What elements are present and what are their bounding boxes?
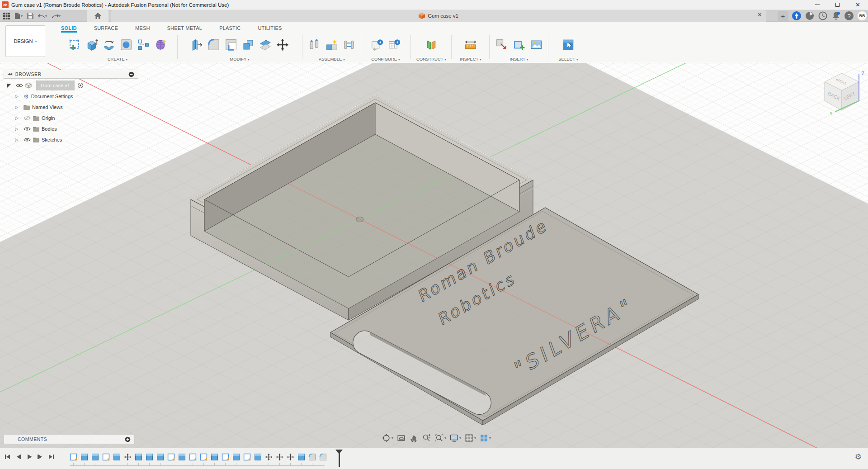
expand-arrow-icon[interactable]: ▷ xyxy=(14,127,19,131)
tab-surface[interactable]: SURFACE xyxy=(94,25,118,33)
app-grid-menu-icon[interactable] xyxy=(2,11,11,21)
tab-utilities[interactable]: UTILITIES xyxy=(258,25,282,33)
user-avatar[interactable]: RB xyxy=(857,11,867,21)
configuration-button[interactable] xyxy=(368,34,386,56)
canvas-image-button[interactable] xyxy=(528,34,545,56)
revolve-button[interactable] xyxy=(100,34,118,56)
insert-derive-button[interactable] xyxy=(493,34,510,56)
pan-button[interactable] xyxy=(408,432,420,444)
go-to-end-button[interactable] xyxy=(47,453,55,461)
sketch-feature[interactable] xyxy=(220,451,231,463)
history-clock-icon[interactable] xyxy=(818,11,828,21)
browser-header[interactable]: ◀◀ BROWSER xyxy=(4,70,138,79)
home-tab[interactable] xyxy=(87,10,108,22)
group-label-construct[interactable]: CONSTRUCT ▾ xyxy=(414,57,448,62)
group-label-select[interactable]: SELECT ▾ xyxy=(552,57,585,62)
document-tab-close-icon[interactable]: ✕ xyxy=(757,12,762,18)
browser-root-label[interactable]: Gum case v1 xyxy=(36,81,75,90)
sketch-feature[interactable] xyxy=(241,451,252,463)
help-icon[interactable]: ? xyxy=(844,11,854,21)
press-pull-button[interactable] xyxy=(188,34,205,56)
workspace-selector[interactable]: DESIGN ▾ xyxy=(5,25,45,57)
visibility-eye-icon[interactable] xyxy=(24,127,31,131)
expand-arrow-icon[interactable]: ▷ xyxy=(14,137,19,142)
sketch-feature[interactable] xyxy=(68,451,79,463)
extrude-feature[interactable] xyxy=(144,451,155,463)
sketch-feature[interactable] xyxy=(100,451,111,463)
move-feature[interactable] xyxy=(274,451,285,463)
joint-button[interactable] xyxy=(323,34,340,56)
visibility-eye-icon[interactable] xyxy=(16,83,23,88)
select-button[interactable] xyxy=(560,34,577,56)
minimize-button[interactable] xyxy=(807,0,827,10)
move-feature[interactable] xyxy=(122,451,133,463)
group-label-configure[interactable]: CONFIGURE ▾ xyxy=(364,57,407,62)
visibility-eye-icon[interactable] xyxy=(24,137,31,142)
tab-solid[interactable]: SOLID xyxy=(61,25,77,33)
browser-item-named-views[interactable]: ▷ Named Views xyxy=(14,102,138,112)
move-feature[interactable] xyxy=(263,451,274,463)
browser-minus-icon[interactable] xyxy=(128,71,134,77)
maximize-button[interactable] xyxy=(827,0,848,10)
extrude-feature[interactable] xyxy=(111,451,122,463)
comments-panel[interactable]: COMMENTS xyxy=(4,434,135,444)
view-cube[interactable]: TOP BACK LEFT Z Y xyxy=(816,67,868,121)
group-label-inspect[interactable]: INSPECT ▾ xyxy=(455,57,486,62)
look-at-button[interactable] xyxy=(396,432,407,444)
measure-button[interactable] xyxy=(462,34,479,56)
expand-arrow-icon[interactable] xyxy=(7,84,11,88)
close-button[interactable]: ✕ xyxy=(848,0,868,10)
new-component-button[interactable] xyxy=(306,34,323,56)
browser-item-origin[interactable]: ▷ Origin xyxy=(14,113,138,123)
step-forward-button[interactable] xyxy=(36,453,44,461)
zoom-button[interactable] xyxy=(421,432,432,444)
create-form-button[interactable] xyxy=(152,34,169,56)
timeline-settings-gear-icon[interactable]: ⚙ xyxy=(855,452,862,462)
expand-arrow-icon[interactable]: ▷ xyxy=(14,94,19,99)
extrude-feature[interactable] xyxy=(252,451,263,463)
go-to-beginning-button[interactable] xyxy=(4,453,12,461)
group-label-create[interactable]: CREATE ▾ xyxy=(61,57,174,62)
browser-root-row[interactable]: Gum case v1 xyxy=(4,81,138,90)
browser-item-document-settings[interactable]: ▷ ⚙ Document Settings xyxy=(14,91,138,101)
tab-plastic[interactable]: PLASTIC xyxy=(219,25,241,33)
move-copy-button[interactable] xyxy=(274,34,291,56)
sketch-feature[interactable] xyxy=(165,451,176,463)
extrude-feature[interactable] xyxy=(231,451,241,463)
job-status-icon[interactable] xyxy=(805,11,815,21)
undo-icon[interactable]: ▾ xyxy=(37,11,48,21)
hole-button[interactable] xyxy=(118,34,135,56)
tab-sheet-metal[interactable]: SHEET METAL xyxy=(167,25,203,33)
display-settings-button[interactable]: ▾ xyxy=(448,432,462,444)
extrude-feature[interactable] xyxy=(209,451,220,463)
save-icon[interactable] xyxy=(26,11,35,21)
tab-mesh[interactable]: MESH xyxy=(135,25,150,33)
activate-radio-icon[interactable] xyxy=(77,82,84,89)
insert-mesh-button[interactable] xyxy=(510,34,528,56)
file-menu-icon[interactable]: ▾ xyxy=(13,11,24,21)
create-sketch-button[interactable] xyxy=(66,34,83,56)
browser-collapse-icon[interactable]: ◀◀ xyxy=(8,72,12,76)
extrude-feature[interactable] xyxy=(79,451,90,463)
sketch-feature[interactable] xyxy=(187,451,198,463)
group-label-assemble[interactable]: ASSEMBLE ▾ xyxy=(306,57,358,62)
group-label-modify[interactable]: MODIFY ▾ xyxy=(181,57,298,62)
combine-button[interactable] xyxy=(240,34,257,56)
viewports-button[interactable]: ▾ xyxy=(478,432,492,444)
extrude-feature[interactable] xyxy=(155,451,165,463)
fillet-feature[interactable] xyxy=(307,451,317,463)
construct-plane-button[interactable] xyxy=(423,34,440,56)
extrude-feature[interactable] xyxy=(296,451,307,463)
group-label-insert[interactable]: INSERT ▾ xyxy=(493,57,545,62)
visibility-off-eye-icon[interactable] xyxy=(24,115,31,121)
timeline-playhead[interactable] xyxy=(335,450,343,468)
split-body-button[interactable] xyxy=(257,34,274,56)
browser-item-bodies[interactable]: ▷ Bodies xyxy=(14,124,138,134)
extrude-button[interactable] xyxy=(83,34,100,56)
configuration-table-button[interactable] xyxy=(386,34,403,56)
play-button[interactable] xyxy=(25,453,33,461)
move-feature[interactable] xyxy=(285,451,296,463)
new-document-tab-button[interactable]: + xyxy=(778,11,788,21)
extrude-feature[interactable] xyxy=(90,451,100,463)
as-built-joint-button[interactable] xyxy=(340,34,358,56)
